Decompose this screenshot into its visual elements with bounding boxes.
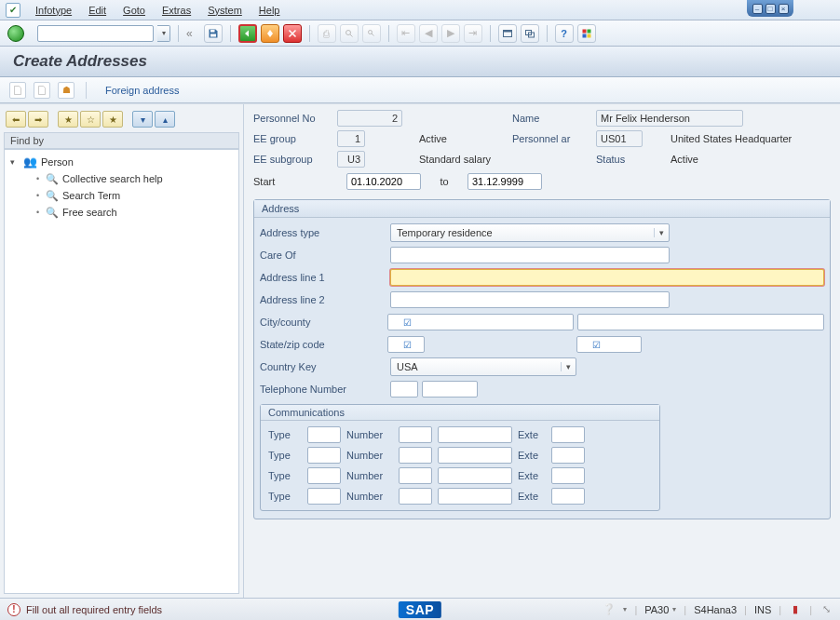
caret-icon: ▾ [10, 157, 20, 167]
last-page-button[interactable]: ⇥ [464, 24, 482, 43]
county-input[interactable] [577, 314, 824, 330]
comm-number-label: Number [346, 470, 393, 481]
careof-input[interactable] [390, 247, 670, 263]
comm-num-b-input[interactable] [438, 488, 512, 505]
cancel-button[interactable] [283, 24, 302, 43]
shortcut-button[interactable] [521, 24, 539, 43]
sap-menu-icon[interactable]: ✔ [6, 3, 20, 18]
line1-label: Address line 1 [260, 272, 390, 283]
comm-type-label: Type [268, 470, 302, 481]
foreign-address-link[interactable]: Foreign address [105, 85, 180, 96]
comm-ext-input[interactable] [551, 467, 585, 484]
menu-infotype[interactable]: Infotype [28, 3, 79, 18]
comm-num-a-input[interactable] [399, 488, 432, 505]
help-button[interactable]: ? [555, 24, 574, 43]
signal-icon[interactable]: ▮ [789, 603, 802, 616]
comm-type-input[interactable] [307, 447, 341, 464]
comm-num-a-input[interactable] [399, 426, 432, 443]
expand-all[interactable]: ▾ [132, 111, 153, 128]
comm-ext-label: Exte [518, 450, 546, 461]
minimize-button[interactable]: – [752, 4, 763, 14]
warning-icon[interactable]: ❔ [603, 603, 616, 616]
tree: ▾ 👥 Person • 🔍 Collective search help • … [4, 149, 239, 594]
tray-icon[interactable]: ⤡ [820, 603, 833, 616]
zip-input[interactable] [576, 336, 642, 353]
menu-goto[interactable]: Goto [115, 3, 153, 18]
tree-item-label: Search Term [62, 190, 120, 201]
history-back-icon[interactable]: « [186, 27, 193, 40]
collapse-all[interactable]: ▴ [155, 111, 175, 128]
next-page-button[interactable]: ▶ [441, 24, 460, 43]
comm-num-a-input[interactable] [399, 467, 432, 484]
comm-number-label: Number [346, 491, 393, 502]
line2-input[interactable] [390, 291, 670, 308]
comm-num-b-input[interactable] [438, 467, 512, 484]
command-field[interactable] [37, 25, 154, 42]
menu-system[interactable]: System [200, 3, 250, 18]
doc-button-2[interactable] [34, 82, 50, 99]
menu-edit[interactable]: Edit [81, 3, 114, 18]
svg-rect-1 [210, 34, 216, 36]
required-mark-icon: ☑ [592, 340, 601, 350]
nav-forward[interactable]: ➡ [28, 111, 48, 128]
enter-button[interactable] [7, 25, 24, 42]
find-button[interactable] [340, 24, 359, 43]
main-area: ⬅ ➡ ★ ☆ ★ ▾ ▴ Find by ▾ 👥 Person • � [0, 103, 840, 598]
comm-ext-input[interactable] [551, 426, 585, 443]
city-input[interactable] [387, 314, 574, 330]
comm-ext-input[interactable] [551, 447, 585, 464]
tree-item-freesearch[interactable]: • 🔍 Free search [7, 204, 237, 221]
comm-num-b-input[interactable] [438, 426, 512, 443]
layout-button[interactable] [577, 24, 596, 43]
back-button[interactable] [238, 24, 257, 43]
svg-point-3 [368, 30, 372, 34]
person-icon: 👥 [23, 155, 37, 168]
comm-type-input[interactable] [307, 488, 341, 505]
svg-rect-11 [587, 34, 590, 37]
line1-input[interactable] [390, 269, 824, 286]
tel-num-input[interactable] [422, 381, 478, 398]
new-session-button[interactable] [498, 24, 517, 43]
address-type-select[interactable]: Temporary residence ▾ [390, 223, 670, 242]
comm-type-input[interactable] [307, 426, 341, 443]
close-button[interactable]: × [779, 4, 789, 14]
status-tcode[interactable]: PA30 ▾ [644, 604, 676, 615]
end-date-input[interactable] [467, 173, 542, 190]
menu-extras[interactable]: Extras [155, 3, 198, 18]
ee-group-label: EE group [253, 133, 337, 144]
comm-num-a-input[interactable] [399, 447, 432, 464]
comm-ext-label: Exte [518, 429, 546, 440]
status-system[interactable]: S4Hana3 [694, 604, 737, 615]
menu-help[interactable]: Help [251, 3, 288, 18]
comm-ext-input[interactable] [551, 488, 585, 505]
page-icon [36, 85, 47, 96]
nav-back[interactable]: ⬅ [6, 111, 26, 128]
tree-item-collective[interactable]: • 🔍 Collective search help [7, 170, 237, 187]
standard-toolbar: ▾ « ⎙ ⇤ ◀ ▶ ⇥ [0, 20, 840, 47]
maximize-button[interactable]: □ [765, 4, 776, 14]
country-label: Country Key [260, 361, 390, 372]
address-type-label: Address type [260, 227, 390, 238]
start-date-input[interactable] [346, 173, 421, 190]
prev-page-button[interactable]: ◀ [419, 24, 438, 43]
tel-area-input[interactable] [390, 381, 418, 398]
find-next-button[interactable] [362, 24, 381, 43]
tree-item-searchterm[interactable]: • 🔍 Search Term [7, 187, 237, 204]
comm-type-input[interactable] [307, 467, 341, 484]
save-button[interactable] [204, 24, 223, 43]
doc-button-1[interactable] [9, 82, 26, 99]
first-page-button[interactable]: ⇤ [397, 24, 415, 43]
status-mode[interactable]: INS [754, 604, 771, 615]
fav-star[interactable]: ☆ [80, 111, 101, 128]
comm-num-b-input[interactable] [438, 447, 512, 464]
print-button[interactable]: ⎙ [318, 24, 336, 43]
dropdown-icon: ▾ [561, 362, 576, 371]
required-mark-icon: ☑ [403, 317, 412, 328]
fav-add[interactable]: ★ [58, 111, 78, 128]
org-button[interactable]: ☗ [58, 82, 75, 99]
exit-button[interactable] [261, 24, 279, 43]
fav-del[interactable]: ★ [102, 111, 123, 128]
tree-person[interactable]: ▾ 👥 Person [7, 154, 237, 170]
command-dropdown[interactable]: ▾ [157, 25, 170, 42]
country-select[interactable]: USA ▾ [390, 357, 576, 376]
